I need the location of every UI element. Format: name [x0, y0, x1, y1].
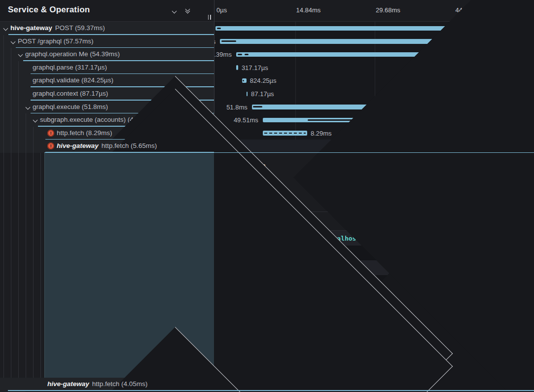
- indent-guide: [33, 140, 34, 153]
- child-span-marker: [217, 28, 221, 29]
- indent-guide: [26, 113, 26, 127]
- self-time-dashes: [264, 133, 306, 134]
- indent-guide: [3, 87, 4, 101]
- indent-guide: [11, 74, 11, 87]
- indent-guide: [3, 74, 4, 87]
- span-tree-row[interactable]: POST /graphql (57.57ms): [0, 35, 214, 48]
- service-name: hive-gateway: [47, 380, 89, 388]
- indent-guide: [18, 87, 19, 101]
- ruler-tick-label: 29.68ms: [376, 6, 400, 14]
- indent-guide: [33, 127, 34, 140]
- span-duration-label: 317.17µs: [242, 64, 268, 71]
- indent-guide: [11, 113, 11, 127]
- span-duration-label: 51.8ms: [226, 104, 248, 111]
- service-name: hive-gateway: [57, 142, 99, 149]
- span-row-label: graphql.operation Me (54.39ms): [25, 50, 120, 58]
- chevron-down-icon[interactable]: [26, 105, 31, 109]
- indent-guide: [3, 48, 4, 61]
- service-name: hive-gateway: [10, 24, 52, 32]
- ruler-tick-label: 0µs: [216, 6, 227, 14]
- child-span-marker: [221, 40, 236, 42]
- span-row-label: http.fetch (8.29ms): [57, 129, 112, 137]
- indent-guide: [11, 127, 11, 140]
- chevron-down-icon[interactable]: [11, 39, 16, 44]
- span-duration-label: 87.17µs: [251, 90, 274, 98]
- tree-gutter: [0, 153, 44, 391]
- span-duration-label: 54.39ms: [214, 51, 232, 58]
- panel-title: Service & Operation: [8, 5, 90, 15]
- indent-guide: [26, 127, 26, 140]
- indent-guide: [18, 153, 19, 391]
- indent-guide: [11, 61, 11, 74]
- detail-bottom-border: [44, 390, 534, 391]
- span-row-label: hive-gatewayhttp.fetch (4.05ms): [47, 380, 147, 388]
- span-tree-row[interactable]: graphql.parse (317.17µs): [0, 61, 214, 74]
- span-duration-bar[interactable]: [242, 78, 247, 83]
- span-duration-label: 49.51ms: [234, 116, 258, 124]
- indent-guide: [18, 140, 19, 153]
- indent-guide: [18, 113, 19, 127]
- indent-guide: [11, 101, 11, 114]
- indent-guide: [11, 140, 11, 153]
- error-icon: !: [47, 143, 54, 149]
- span-tree-row[interactable]: !hive-gatewayhttp.fetch (5.65ms): [0, 140, 214, 153]
- span-row-label: graphql.parse (317.17µs): [33, 64, 107, 71]
- indent-guide: [18, 61, 19, 74]
- indent-guide: [3, 35, 4, 48]
- chevron-down-icon[interactable]: [3, 26, 8, 31]
- double-chevron-down-icon[interactable]: [186, 9, 189, 13]
- indent-guide: [3, 61, 4, 74]
- indent-guide: [3, 140, 4, 153]
- indent-guide: [3, 127, 4, 140]
- ruler-tick-label: 14.84ms: [296, 6, 321, 14]
- indent-guide: [11, 87, 11, 101]
- span-row-label: graphql.validate (824.25µs): [33, 76, 113, 84]
- chevron-down-icon[interactable]: [18, 52, 23, 57]
- span-tree-header: Service & Operation: [0, 0, 214, 22]
- span-duration-bar[interactable]: [247, 92, 248, 96]
- span-tree-row[interactable]: hive-gatewayhttp.fetch (4.05ms): [0, 378, 214, 391]
- span-row-label: POST /graphql (57.57ms): [18, 37, 94, 45]
- indent-guide: [33, 153, 34, 391]
- span-duration-label: 57.57ms: [214, 38, 215, 45]
- detail-top-border: [44, 152, 534, 153]
- child-span-marker: [245, 54, 249, 55]
- indent-guide: [18, 127, 19, 140]
- span-duration-bar[interactable]: [236, 65, 238, 70]
- child-span-marker: [238, 54, 243, 55]
- span-tree-panel: Service & Operation hive-gatewayPOST (59…: [0, 0, 214, 392]
- indent-guide: [3, 101, 4, 114]
- panel-resize-handle[interactable]: [208, 15, 211, 20]
- indent-guide: [18, 101, 19, 114]
- trace-viewer: 0µs14.84ms29.68ms44.53ms59.37ms 57.57ms5…: [0, 0, 534, 392]
- span-row-label: hive-gatewayhttp.fetch (5.65ms): [57, 142, 157, 149]
- span-row-label: graphql.execute (51.8ms): [33, 103, 108, 110]
- error-icon: !: [47, 130, 54, 137]
- span-tree-row[interactable]: hive-gatewayPOST (59.37ms): [0, 22, 214, 35]
- span-row-label: hive-gatewayPOST (59.37ms): [10, 24, 105, 32]
- indent-guide: [26, 153, 26, 391]
- span-duration-label: 824.25µs: [250, 77, 277, 84]
- child-span-marker: [253, 106, 263, 107]
- indent-guide: [26, 140, 26, 153]
- indent-guide: [40, 153, 41, 391]
- indent-guide: [11, 48, 11, 61]
- span-duration-label: 8.29ms: [311, 130, 332, 137]
- span-tree-row[interactable]: graphql.operation Me (54.39ms): [0, 48, 214, 61]
- tree-toolbar: [173, 7, 199, 15]
- chevron-down-icon[interactable]: [33, 118, 38, 123]
- indent-guide: [3, 153, 4, 391]
- span-tree-bottom-row[interactable]: hive-gatewayhttp.fetch (4.05ms): [37, 378, 214, 391]
- indent-guide: [11, 153, 11, 391]
- indent-guide: [3, 113, 4, 127]
- span-duration-bar[interactable]: [263, 131, 307, 135]
- child-span-marker: [243, 80, 244, 81]
- indent-guide: [18, 74, 19, 87]
- span-row-label: graphql.context (87.17µs): [33, 90, 108, 97]
- chevron-down-icon[interactable]: [172, 8, 177, 13]
